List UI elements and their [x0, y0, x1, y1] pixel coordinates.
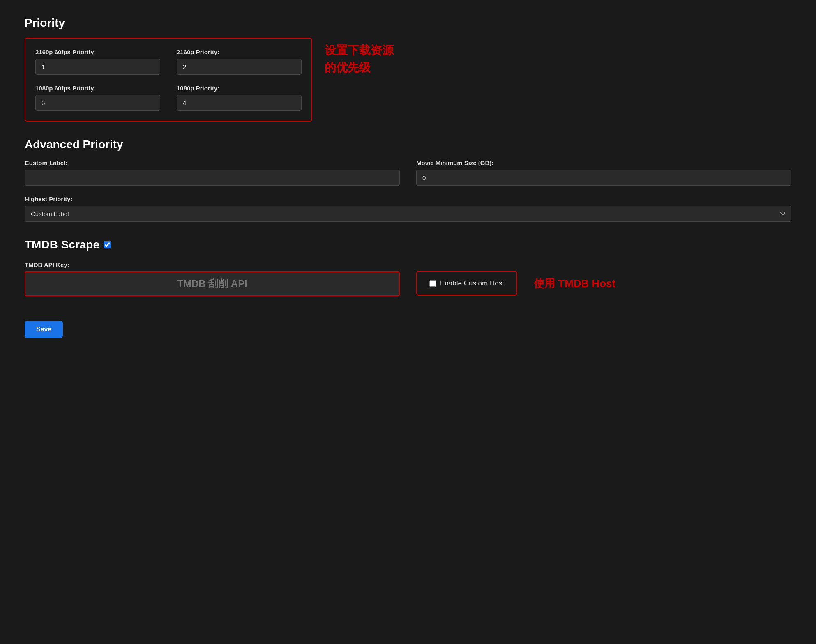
highest-priority-label: Highest Priority:	[25, 196, 791, 202]
field-1080p-input[interactable]	[177, 95, 302, 111]
priority-section-title: Priority	[25, 16, 791, 30]
field-2160p: 2160p Priority:	[177, 48, 302, 75]
tmdb-api-key-group: TMDB API Key:	[25, 261, 400, 296]
tmdb-scrape-checkbox[interactable]	[104, 241, 111, 248]
field-2160p-label: 2160p Priority:	[177, 48, 302, 55]
tmdb-scrape-section: TMDB Scrape TMDB API Key: Enable Custom …	[25, 238, 791, 296]
custom-label-group: Custom Label:	[25, 159, 400, 186]
tmdb-header: TMDB Scrape	[25, 238, 791, 251]
tmdb-annotation: 使用 TMDB Host	[534, 276, 615, 291]
field-2160p-60fps-label: 2160p 60fps Priority:	[35, 48, 160, 55]
enable-custom-host-box: Enable Custom Host	[416, 271, 517, 296]
tmdb-api-key-input-wrapper	[25, 271, 400, 296]
tmdb-scrape-title: TMDB Scrape	[25, 238, 99, 251]
tmdb-fields-row: TMDB API Key: Enable Custom Host 使用 TMDB…	[25, 261, 791, 296]
save-button[interactable]: Save	[25, 321, 63, 338]
highest-priority-group: Highest Priority: Custom Label 2160p 60f…	[25, 196, 791, 222]
enable-custom-host-wrapper: Enable Custom Host 使用 TMDB Host	[416, 261, 615, 296]
field-1080p-label: 1080p Priority:	[177, 85, 302, 92]
field-1080p: 1080p Priority:	[177, 85, 302, 111]
movie-min-size-label: Movie Minimum Size (GB):	[416, 159, 791, 166]
field-1080p-60fps: 1080p 60fps Priority:	[35, 85, 160, 111]
custom-label-label: Custom Label:	[25, 159, 400, 166]
highest-priority-select[interactable]: Custom Label 2160p 60fps 2160p 1080p 60f…	[25, 206, 791, 222]
field-2160p-input[interactable]	[177, 59, 302, 75]
movie-min-size-input[interactable]	[416, 170, 791, 186]
enable-custom-host-checkbox[interactable]	[429, 280, 436, 287]
field-2160p-60fps: 2160p 60fps Priority:	[35, 48, 160, 75]
priority-annotation: 设置下载资源的优先级	[312, 38, 394, 76]
advanced-priority-section: Advanced Priority Custom Label: Movie Mi…	[25, 138, 791, 222]
tmdb-api-key-label: TMDB API Key:	[25, 261, 400, 268]
field-2160p-60fps-input[interactable]	[35, 59, 160, 75]
advanced-priority-title: Advanced Priority	[25, 138, 791, 151]
enable-custom-host-label: Enable Custom Host	[440, 279, 504, 288]
field-1080p-60fps-input[interactable]	[35, 95, 160, 111]
priority-box: 2160p 60fps Priority: 2160p Priority: 10…	[25, 38, 312, 122]
field-1080p-60fps-label: 1080p 60fps Priority:	[35, 85, 160, 92]
movie-min-size-group: Movie Minimum Size (GB):	[416, 159, 791, 186]
custom-label-input[interactable]	[25, 170, 400, 186]
tmdb-api-key-input[interactable]	[25, 272, 399, 295]
